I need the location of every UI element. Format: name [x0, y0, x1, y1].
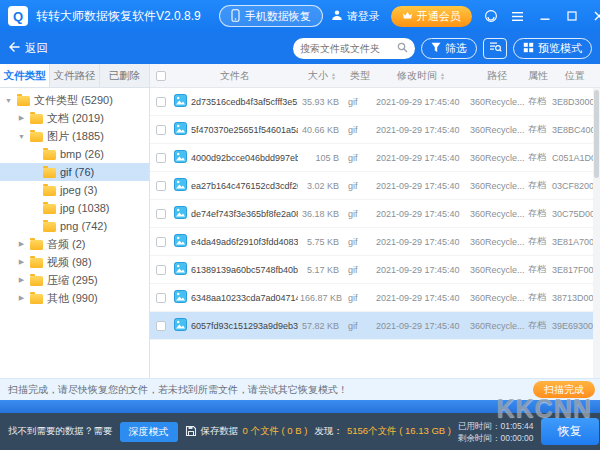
row-checkbox[interactable]: [156, 181, 166, 191]
chevron-right-icon[interactable]: ▶: [17, 114, 26, 122]
file-type: gif: [346, 125, 374, 135]
filter-button[interactable]: 筛选: [421, 38, 477, 59]
table-row[interactable]: 6348aa10233cda7ad047146...166.87 KBgif20…: [150, 284, 600, 312]
row-checkbox[interactable]: [156, 125, 166, 135]
file-modified: 2021-09-29 17:45:40: [374, 265, 468, 275]
row-checkbox[interactable]: [156, 293, 166, 303]
row-checkbox[interactable]: [156, 97, 166, 107]
file-size: 35.93 KB: [298, 97, 346, 107]
customer-service-icon[interactable]: [483, 8, 499, 24]
row-checkbox[interactable]: [156, 237, 166, 247]
filter-label: 筛选: [445, 41, 467, 56]
close-button[interactable]: [591, 8, 600, 24]
back-button[interactable]: 返回: [8, 41, 48, 56]
tree-item-label: 图片 (1885): [47, 129, 104, 144]
column-header[interactable]: 修改时间▲▼: [374, 69, 468, 83]
file-modified: 2021-09-29 17:45:40: [374, 181, 468, 191]
file-type: gif: [346, 237, 374, 247]
row-checkbox[interactable]: [156, 321, 166, 331]
row-checkbox[interactable]: [156, 265, 166, 275]
table-row[interactable]: 5f470370e25651f54601a5a6...40.66 KBgif20…: [150, 116, 600, 144]
sidebar-tab-3[interactable]: 已删除: [100, 64, 149, 87]
preview-mode-button[interactable]: 预览模式: [513, 38, 592, 59]
sort-icon[interactable]: ▲▼: [440, 72, 445, 80]
tree-item[interactable]: ▶视频 (98): [0, 253, 149, 271]
phone-recovery-button[interactable]: 手机数据恢复: [219, 5, 323, 27]
table-row[interactable]: e4da49ad6f2910f3fdd4083f...5.75 KBgif202…: [150, 228, 600, 256]
save-data-group[interactable]: 保存数据 0 个文件 ( 0 B ): [185, 425, 308, 439]
preview-mode-label: 预览模式: [538, 41, 582, 56]
folder-icon: [30, 276, 43, 286]
chevron-down-icon[interactable]: ▼: [4, 97, 13, 104]
vip-button[interactable]: 开通会员: [391, 6, 472, 27]
search-box: [293, 38, 415, 59]
tree-item[interactable]: ▼文件类型 (5290): [0, 91, 149, 109]
sort-icon[interactable]: ▲▼: [331, 72, 336, 80]
toolbar: 返回 筛选 预览模式: [0, 32, 600, 64]
tree-item[interactable]: ▼图片 (1885): [0, 127, 149, 145]
select-all-checkbox[interactable]: [156, 71, 166, 81]
sidebar-tab-2[interactable]: 文件路径: [50, 64, 100, 87]
folder-icon: [43, 150, 56, 160]
column-header-label: 文件名: [220, 69, 250, 83]
column-header[interactable]: 路径: [468, 69, 526, 83]
file-attr: 存档: [526, 319, 550, 332]
login-button[interactable]: 请登录: [331, 9, 380, 24]
folder-icon: [30, 240, 43, 250]
vertical-scrollbar[interactable]: [593, 88, 600, 378]
tree-item-label: 文件类型 (5290): [34, 93, 113, 108]
user-icon: [331, 9, 343, 23]
gif-file-icon: [174, 150, 187, 165]
tree-item[interactable]: ▶音频 (2): [0, 235, 149, 253]
row-checkbox[interactable]: [156, 209, 166, 219]
table-row[interactable]: 61389139a60bc5748fb40b8...5.17 KBgif2021…: [150, 256, 600, 284]
chevron-right-icon[interactable]: ▶: [17, 294, 26, 302]
tree-item[interactable]: gif (76): [0, 163, 149, 181]
chevron-down-icon[interactable]: ▼: [17, 133, 26, 140]
tree-item[interactable]: ▶压缩 (295): [0, 271, 149, 289]
tree-item[interactable]: jpeg (3): [0, 181, 149, 199]
table-row[interactable]: ea27b164c476152cd3cdf20...3.02 KBgif2021…: [150, 172, 600, 200]
table-row[interactable]: 4000d92bcce046bdd997eb...105 Bgif2021-09…: [150, 144, 600, 172]
file-size: 36.18 KB: [298, 209, 346, 219]
tree-item[interactable]: bmp (26): [0, 145, 149, 163]
found-group: 发现： 5156个文件 ( 16.13 GB ): [314, 425, 451, 438]
sidebar-tab-1[interactable]: 文件类型: [0, 64, 50, 87]
tree-item-label: 其他 (990): [47, 291, 98, 306]
table-row[interactable]: de74ef743f3e365bf8fe2a08...36.18 KBgif20…: [150, 200, 600, 228]
column-header[interactable]: 类型: [346, 69, 374, 83]
tree-item[interactable]: jpg (1038): [0, 199, 149, 217]
deep-mode-button[interactable]: 深度模式: [120, 422, 178, 442]
tree-item[interactable]: ▶其他 (990): [0, 289, 149, 307]
scan-complete-badge[interactable]: 扫描完成: [533, 381, 595, 398]
time-stats: 已用时间：01:05:44 剩余时间：00:00:00: [458, 420, 534, 444]
table-row[interactable]: 2d73516cedb4f3af5cfff3e5...35.93 KBgif20…: [150, 88, 600, 116]
menu-icon[interactable]: [510, 8, 526, 24]
tree-item[interactable]: png (742): [0, 217, 149, 235]
table-row[interactable]: 6057fd93c151293a9d9eb32...57.82 KBgif202…: [150, 312, 600, 340]
table-body: 2d73516cedb4f3af5cfff3e5...35.93 KBgif20…: [150, 88, 600, 378]
app-logo: Q: [8, 6, 28, 26]
search-input[interactable]: [300, 43, 393, 54]
column-header[interactable]: 属性: [526, 69, 550, 83]
column-header[interactable]: 大小▲▼: [298, 69, 346, 83]
chevron-right-icon[interactable]: ▶: [17, 258, 26, 266]
minimize-button[interactable]: [537, 8, 553, 24]
chevron-right-icon[interactable]: ▶: [17, 240, 26, 248]
footer-hint: 找不到需要的数据？需要: [8, 425, 113, 438]
file-size: 105 B: [298, 153, 346, 163]
file-name: 6057fd93c151293a9d9eb32...: [191, 321, 298, 331]
column-header[interactable]: 位置: [550, 69, 600, 83]
scrollbar-thumb[interactable]: [594, 90, 599, 178]
column-header-label: 修改时间: [397, 69, 437, 83]
recover-button[interactable]: 恢复: [541, 418, 599, 445]
row-checkbox[interactable]: [156, 153, 166, 163]
file-type: gif: [346, 209, 374, 219]
search-icon[interactable]: [397, 39, 408, 57]
tree-item-label: bmp (26): [60, 148, 104, 160]
column-header[interactable]: 文件名: [172, 69, 298, 83]
search-settings-button[interactable]: [483, 38, 507, 59]
tree-item[interactable]: ▶文档 (2019): [0, 109, 149, 127]
maximize-button[interactable]: [564, 8, 580, 24]
chevron-right-icon[interactable]: ▶: [17, 276, 26, 284]
